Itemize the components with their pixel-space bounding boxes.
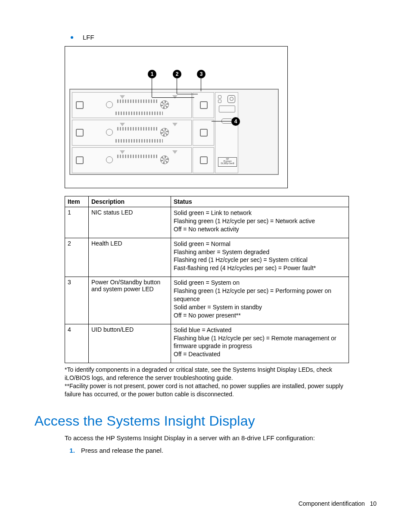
page-footer: Component identification 10	[299, 500, 377, 507]
cell-item: 2	[65, 238, 89, 277]
drive-bay-row	[72, 147, 192, 173]
drive-arrow-icon	[172, 150, 177, 154]
drive-vents-icon	[117, 100, 159, 103]
table-row: 1 NIC status LED Solid green = Link to n…	[65, 207, 349, 238]
drive-arrow-icon	[172, 123, 177, 126]
drive-fan-icon	[160, 100, 169, 109]
cell-status: Solid green = NormalFlashing amber = Sys…	[171, 238, 349, 277]
drive-arrow-icon	[120, 150, 125, 154]
drive-fan-icon	[160, 156, 169, 164]
cell-status: Solid blue = ActivatedFlashing blue (1 H…	[171, 324, 349, 363]
footnote-1: *To identify components in a degraded or…	[65, 366, 349, 382]
drive-led-icon	[106, 129, 113, 136]
drive-latch-icon	[76, 129, 84, 137]
drive-latch-icon	[76, 156, 84, 164]
leader-1	[152, 78, 152, 97]
power-button-icon	[227, 95, 235, 103]
cell-description: Health LED	[89, 238, 171, 277]
health-led-icon	[218, 100, 221, 103]
callout-2: 2	[173, 70, 181, 78]
bullet-lff: LFF	[71, 34, 377, 41]
callout-1: 1	[148, 70, 156, 78]
th-description: Description	[89, 196, 171, 207]
table-row: 3 Power On/Standby button and system pow…	[65, 277, 349, 324]
th-status: Status	[171, 196, 349, 207]
drive-vents-icon	[117, 155, 159, 158]
server-chassis: HPProLiantDL385p Gen8	[69, 89, 279, 175]
drive-fan-icon	[160, 128, 169, 137]
cell-item: 4	[65, 324, 89, 363]
footnote-2: **Facility power is not present, power c…	[65, 382, 349, 398]
procedure-steps: Press and release the panel.	[65, 447, 348, 454]
footer-page-number: 10	[370, 500, 377, 507]
footer-section: Component identification	[299, 500, 365, 507]
cell-description: NIC status LED	[89, 207, 171, 238]
step-1: Press and release the panel.	[77, 447, 348, 454]
front-panel-diagram: 1 2 3 4	[65, 46, 288, 188]
drive-arrow-icon	[120, 95, 125, 99]
drive-bay-row	[72, 120, 192, 146]
cell-status: Solid green = Link to networkFlashing gr…	[171, 207, 349, 238]
drive-arrow-icon	[120, 123, 125, 126]
leader-1b	[152, 97, 194, 98]
cell-description: UID button/LED	[89, 324, 171, 363]
drive-bay-row	[72, 92, 192, 118]
bullet-label: LFF	[83, 34, 94, 41]
bullet-icon	[71, 36, 73, 39]
footnotes: *To identify components in a degraded or…	[65, 366, 349, 398]
leader-3	[201, 78, 201, 91]
drive-bay-small	[193, 120, 214, 146]
cell-description: Power On/Standby button and system power…	[89, 277, 171, 324]
led-status-table: Item Description Status 1 NIC status LED…	[65, 196, 349, 363]
table-row: 4 UID button/LED Solid blue = ActivatedF…	[65, 324, 349, 363]
section-intro: To access the HP Systems Insight Display…	[65, 433, 349, 442]
cell-item: 3	[65, 277, 89, 324]
table-row: 2 Health LED Solid green = NormalFlashin…	[65, 238, 349, 277]
callout-4: 4	[231, 117, 240, 126]
control-panel: HPProLiantDL385p Gen8	[215, 92, 238, 173]
drive-vents-icon	[115, 112, 163, 115]
drive-latch-icon	[200, 156, 208, 164]
drive-bay-small	[193, 92, 214, 118]
drive-led-icon	[106, 156, 113, 163]
drive-latch-icon	[76, 101, 84, 109]
leader-2b	[177, 94, 198, 94]
drive-vents-icon	[115, 139, 163, 143]
drive-bay-small	[193, 147, 214, 173]
drive-arrow-icon	[172, 95, 177, 99]
drive-latch-icon	[200, 101, 208, 109]
sid-panel-icon	[219, 106, 235, 112]
drive-led-icon	[106, 101, 113, 108]
nic-led-icon	[218, 95, 221, 99]
cell-status: Solid green = System onFlashing green (1…	[171, 277, 349, 324]
leader-2	[177, 78, 177, 94]
page: LFF 1 2 3 4	[0, 0, 411, 532]
drive-latch-icon	[200, 129, 208, 137]
callout-3: 3	[197, 70, 206, 78]
section-heading: Access the Systems Insight Display	[34, 413, 377, 429]
cell-item: 1	[65, 207, 89, 238]
leader-4	[212, 121, 231, 121]
table-header-row: Item Description Status	[65, 196, 349, 207]
product-label: HPProLiantDL385p Gen8	[218, 157, 237, 167]
drive-vents-icon	[117, 127, 159, 131]
th-item: Item	[65, 196, 89, 207]
